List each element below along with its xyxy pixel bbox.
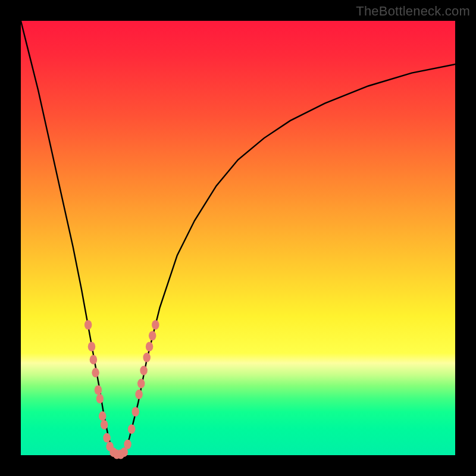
data-marker: [101, 420, 108, 430]
chart-frame: TheBottleneck.com: [0, 0, 476, 476]
bottleneck-curve: [21, 21, 455, 455]
data-marker: [137, 379, 145, 389]
data-marker: [152, 320, 159, 330]
data-marker: [131, 407, 139, 416]
data-marker: [128, 424, 136, 434]
data-marker: [88, 342, 96, 352]
data-marker: [140, 366, 148, 375]
data-marker: [146, 342, 154, 352]
data-marker: [96, 394, 104, 403]
data-marker: [124, 440, 131, 449]
plot-area: [21, 21, 455, 455]
data-marker: [90, 355, 98, 364]
data-marker: [149, 331, 156, 340]
watermark-text: TheBottleneck.com: [356, 4, 470, 19]
data-markers: [84, 320, 159, 459]
data-marker: [92, 368, 99, 377]
data-marker: [99, 411, 107, 421]
data-marker: [95, 386, 102, 395]
data-marker: [135, 390, 143, 399]
data-marker: [103, 433, 111, 443]
data-marker: [84, 320, 92, 330]
data-marker: [143, 353, 151, 362]
chart-svg: [21, 21, 455, 455]
